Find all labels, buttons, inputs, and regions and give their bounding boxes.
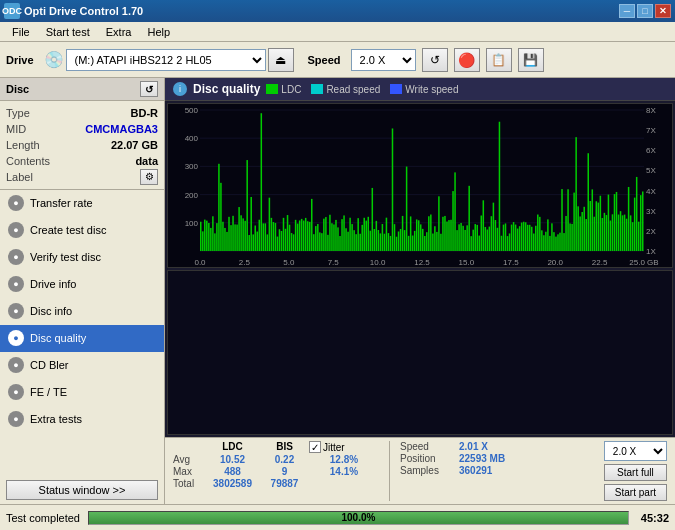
drive-selector[interactable]: (M:) ATAPI iHBS212 2 HL05 [66,49,266,71]
sidebar-item-fe-te[interactable]: ● FE / TE [0,379,164,406]
verify-test-disc-icon: ● [8,249,24,265]
speed-label: Speed [308,54,341,66]
sidebar-label-extra-tests: Extra tests [30,413,82,425]
sidebar-item-cd-bler[interactable]: ● CD Bler [0,352,164,379]
sidebar-item-transfer-rate[interactable]: ● Transfer rate [0,190,164,217]
action-area: 2.0 X Start full Start part [604,441,667,501]
ldc-chart [168,104,672,267]
sidebar-label-cd-bler: CD Bler [30,359,69,371]
progress-bar: 100.0% [88,511,629,525]
test-completed-text: Test completed [6,512,80,524]
panel-icon: i [173,82,187,96]
disc-label-button[interactable]: ⚙ [140,169,158,185]
stats-bar: LDC BIS ✓ Jitter Avg 10.52 0.22 12.8% Ma… [165,437,675,504]
disc-label-row: Label ⚙ [6,169,158,185]
stats-total-row: Total 3802589 79887 [173,478,379,489]
drive-info-icon: ● [8,276,24,292]
legend-ldc: LDC [266,84,301,95]
sidebar-item-drive-info[interactable]: ● Drive info [0,271,164,298]
chart1-container [167,103,673,268]
stats-avg-row: Avg 10.52 0.22 12.8% [173,454,379,465]
drive-icon: 💿 [44,50,64,69]
disc-mid-value: CMCMAGBA3 [85,121,158,137]
disc-label-label: Label [6,169,33,185]
sidebar-item-extra-tests[interactable]: ● Extra tests [0,406,164,433]
samples-label: Samples [400,465,455,476]
chart2-container [167,270,673,435]
sidebar-label-drive-info: Drive info [30,278,76,290]
speed-info: Speed 2.01 X Position 22593 MB Samples 3… [400,441,505,476]
bis-total: 79887 [262,478,307,489]
legend-write-speed-label: Write speed [405,84,458,95]
elapsed-time: 45:32 [641,512,669,524]
erase-button[interactable]: 🔴 [454,48,480,72]
drive-label: Drive [6,54,34,66]
total-label: Total [173,478,203,489]
start-full-button[interactable]: Start full [604,464,667,481]
position-value: 22593 MB [459,453,505,464]
speed-label: Speed [400,441,455,452]
samples-value: 360291 [459,465,492,476]
start-part-button[interactable]: Start part [604,484,667,501]
panel-header: i Disc quality LDC Read speed Write spee… [165,78,675,101]
eject-button[interactable]: ⏏ [268,48,294,72]
refresh-button[interactable]: ↺ [422,48,448,72]
disc-quality-icon: ● [8,330,24,346]
bis-jitter-chart [168,271,468,421]
bis-avg: 0.22 [262,454,307,465]
disc-type-value: BD-R [131,105,159,121]
disc-type-label: Type [6,105,30,121]
legend-read-speed-label: Read speed [326,84,380,95]
menu-extra[interactable]: Extra [98,24,140,40]
disc-info-table: Type BD-R MID CMCMAGBA3 Length 22.07 GB … [0,101,164,190]
jitter-total [309,478,379,489]
avg-label: Avg [173,454,203,465]
stats-divider-1 [389,441,390,501]
charts-area [165,101,675,437]
window-controls: ─ □ ✕ [619,4,671,18]
menu-start-test[interactable]: Start test [38,24,98,40]
app-icon: ODC [4,3,20,19]
fe-te-icon: ● [8,384,24,400]
save-button[interactable]: 💾 [518,48,544,72]
stats-ldc-header: LDC [205,441,260,453]
sidebar-item-create-test-disc[interactable]: ● Create test disc [0,217,164,244]
window-title: Opti Drive Control 1.70 [24,5,143,17]
sidebar-item-disc-info[interactable]: ● Disc info [0,298,164,325]
copy-button[interactable]: 📋 [486,48,512,72]
toolbar: Drive 💿 (M:) ATAPI iHBS212 2 HL05 ⏏ Spee… [0,42,675,78]
speed-selector[interactable]: 2.0 X [351,49,416,71]
ldc-max: 488 [205,466,260,477]
jitter-col-header: ✓ Jitter [309,441,379,453]
minimize-button[interactable]: ─ [619,4,635,18]
disc-section-header: Disc ↺ [0,78,164,101]
speed-dropdown[interactable]: 2.0 X [604,441,667,461]
sidebar-item-verify-test-disc[interactable]: ● Verify test disc [0,244,164,271]
maximize-button[interactable]: □ [637,4,653,18]
menu-help[interactable]: Help [139,24,178,40]
disc-refresh-button[interactable]: ↺ [140,81,158,97]
sidebar-label-disc-quality: Disc quality [30,332,86,344]
sidebar-label-disc-info: Disc info [30,305,72,317]
ldc-total: 3802589 [205,478,260,489]
jitter-avg: 12.8% [309,454,379,465]
jitter-checkbox[interactable]: ✓ [309,441,321,453]
menu-bar: File Start test Extra Help [0,22,675,42]
speed-row: Speed 2.01 X [400,441,505,452]
legend-write-speed-color [390,84,402,94]
close-button[interactable]: ✕ [655,4,671,18]
create-test-disc-icon: ● [8,222,24,238]
menu-file[interactable]: File [4,24,38,40]
main-content: Disc ↺ Type BD-R MID CMCMAGBA3 Length 22… [0,78,675,504]
stats-max-row: Max 488 9 14.1% [173,466,379,477]
sidebar-label-fe-te: FE / TE [30,386,67,398]
status-window-button[interactable]: Status window >> [6,480,158,500]
disc-length-value: 22.07 GB [111,137,158,153]
sidebar-label-transfer-rate: Transfer rate [30,197,93,209]
legend-read-speed: Read speed [311,84,380,95]
extra-tests-icon: ● [8,411,24,427]
position-label: Position [400,453,455,464]
disc-contents-label: Contents [6,153,50,169]
sidebar-item-disc-quality[interactable]: ● Disc quality [0,325,164,352]
position-row: Position 22593 MB [400,453,505,464]
